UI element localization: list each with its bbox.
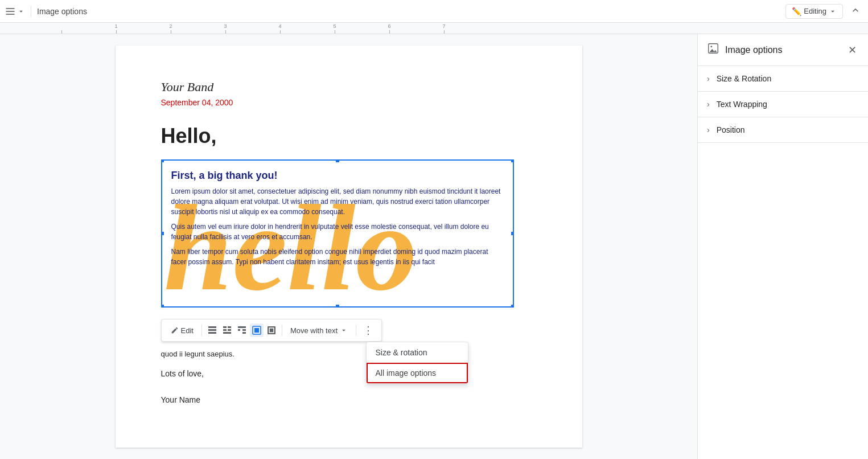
svg-rect-6	[208, 332, 216, 334]
dropdown-arrow-icon	[829, 7, 837, 15]
ruler-mark: 7	[417, 23, 471, 34]
svg-rect-0	[6, 8, 15, 9]
ruler-mark	[34, 29, 89, 34]
handle-bottom-middle[interactable]	[335, 304, 340, 308]
three-dots-icon: ⋮	[363, 325, 373, 336]
panel-close-button[interactable]: ✕	[846, 42, 859, 59]
handle-middle-right[interactable]	[511, 231, 514, 236]
document-area[interactable]: Your Band September 04, 2000 Hello, hell…	[0, 34, 697, 459]
panel-title: Image options	[725, 45, 783, 55]
svg-rect-2	[6, 14, 15, 15]
text-wrapping-label: Text Wrapping	[717, 100, 767, 109]
selected-image[interactable]: hello First, a big thank you! Lorem ipsu…	[161, 159, 514, 308]
ruler-mark: 2	[143, 23, 198, 34]
band-title: Your Band	[161, 80, 537, 95]
handle-top-middle[interactable]	[335, 159, 340, 163]
break-text-button[interactable]	[235, 323, 249, 337]
svg-rect-11	[223, 332, 231, 334]
lorem-paragraph-2: Quis autem vel eum iriure dolor in hendr…	[171, 222, 504, 242]
handle-bottom-left[interactable]	[161, 304, 164, 308]
editing-label: Editing	[804, 7, 826, 15]
ruler-mark: 3	[198, 23, 253, 34]
position-label: Position	[717, 125, 745, 134]
ruler-mark: 5	[307, 23, 362, 34]
toolbar-separator	[31, 6, 31, 17]
svg-rect-7	[223, 326, 227, 328]
svg-rect-10	[228, 329, 231, 331]
three-dots-button[interactable]: ⋮	[360, 322, 377, 339]
ruler-mark: 1	[89, 23, 143, 34]
main-area: Your Band September 04, 2000 Hello, hell…	[0, 34, 868, 459]
handle-top-left[interactable]	[161, 159, 164, 163]
svg-rect-9	[223, 329, 227, 331]
handle-bottom-right[interactable]	[511, 304, 514, 308]
edit-label: Edit	[181, 326, 194, 335]
position-section[interactable]: › Position	[698, 117, 868, 143]
lorem-paragraph-4: quod ii legunt saepius.	[161, 349, 537, 360]
chevron-right-icon: ›	[707, 74, 710, 83]
svg-rect-8	[228, 326, 231, 328]
svg-rect-13	[242, 329, 246, 331]
panel-header-left: Image options	[707, 42, 783, 58]
svg-rect-12	[238, 326, 246, 328]
wrap-inline-button[interactable]	[205, 323, 219, 337]
text-wrapping-section[interactable]: › Text Wrapping	[698, 92, 868, 117]
move-with-text-label: Move with text	[290, 326, 338, 335]
move-with-text-button[interactable]: Move with text	[286, 324, 352, 337]
move-dropdown-icon	[340, 326, 348, 334]
image-toolbar: Edit	[161, 319, 382, 342]
svg-rect-17	[254, 328, 259, 333]
ruler-mark: 4	[253, 23, 307, 34]
chevron-right-icon-2: ›	[707, 100, 710, 109]
menu-icon[interactable]	[5, 6, 25, 17]
image-options-dropdown: Size & rotation All image options	[366, 342, 468, 384]
document-closing: Lots of love,	[161, 369, 537, 378]
close-icon: ✕	[848, 44, 857, 56]
edit-button[interactable]: Edit	[166, 324, 198, 337]
svg-rect-18	[268, 326, 275, 334]
toolbar-left: Image options	[5, 6, 87, 17]
chevron-right-icon-3: ›	[707, 125, 710, 134]
lorem-paragraph-1: Lorem ipsum dolor sit amet, consectetuer…	[171, 186, 504, 217]
editing-button[interactable]: ✏️ Editing	[785, 4, 843, 19]
svg-rect-1	[6, 11, 15, 12]
size-rotation-label: Size & Rotation	[717, 74, 772, 83]
behind-text-button[interactable]	[250, 323, 264, 337]
size-rotation-section[interactable]: › Size & Rotation	[698, 66, 868, 92]
first-thanks-heading: First, a big thank you!	[171, 170, 504, 182]
svg-rect-14	[242, 332, 246, 334]
all-image-options-option[interactable]: All image options	[367, 363, 468, 383]
up-button[interactable]	[848, 2, 863, 21]
ruler-mark: 6	[362, 23, 417, 34]
in-front-button[interactable]	[265, 323, 278, 337]
toolbar-right: ✏️ Editing	[785, 2, 863, 21]
name-spacer: Your Name	[161, 395, 537, 404]
document-date: September 04, 2000	[161, 98, 537, 107]
toolbar-separator-2	[282, 325, 282, 336]
handle-middle-left[interactable]	[161, 231, 164, 236]
svg-rect-15	[238, 329, 240, 331]
ruler: 1 2 3 4 5 6 7	[0, 23, 868, 34]
right-panel: Image options ✕ › Size & Rotation › Text…	[697, 34, 868, 459]
svg-point-21	[710, 46, 712, 47]
toolbar-title: Image options	[37, 7, 87, 16]
document-greeting: Hello,	[161, 124, 537, 148]
svg-rect-5	[208, 329, 216, 331]
document-name: Your Name	[161, 395, 537, 404]
edit-icon	[171, 326, 179, 334]
wrap-text-button[interactable]	[220, 323, 234, 337]
document-page: Your Band September 04, 2000 Hello, hell…	[116, 46, 582, 448]
lorem-paragraph-3: Nam liber tempor cum soluta nobis eleife…	[171, 247, 504, 267]
image-text-overlay: First, a big thank you! Lorem ipsum dolo…	[162, 161, 513, 281]
panel-image-icon	[707, 42, 719, 58]
size-rotation-option[interactable]: Size & rotation	[367, 342, 468, 363]
toolbar-separator-3	[356, 325, 356, 336]
handle-top-right[interactable]	[511, 159, 514, 163]
pencil-icon: ✏️	[792, 7, 801, 16]
panel-header: Image options ✕	[698, 34, 868, 66]
svg-rect-4	[208, 326, 216, 328]
toolbar-separator-1	[201, 325, 202, 336]
wrap-icons-group	[205, 323, 278, 337]
top-toolbar: Image options ✏️ Editing	[0, 0, 868, 23]
